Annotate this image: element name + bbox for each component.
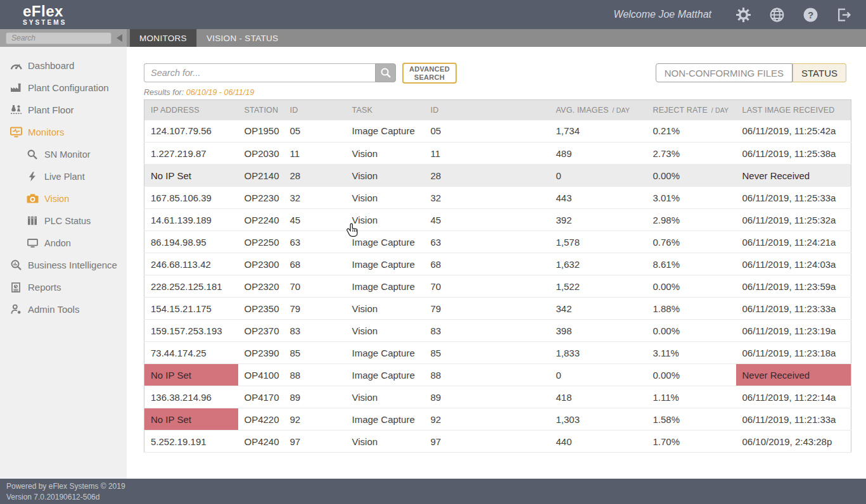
sidebar-item-label: Live Plant <box>44 172 85 182</box>
table-row[interactable]: 124.107.79.56OP195005Image Capture051,73… <box>144 120 851 142</box>
cell-task: Image Capture <box>346 120 424 142</box>
cell-reject-rate: 2.73% <box>647 142 736 165</box>
col-header-avg-images[interactable]: AVG. IMAGES / DAY <box>550 100 647 120</box>
non-conforming-files-button[interactable]: NON-CONFORMING FILES <box>656 63 793 82</box>
cell-station-id: 05 <box>284 120 346 142</box>
cell-task-id: 45 <box>424 209 550 231</box>
sidebar-item-label: Plant Configuration <box>28 82 109 93</box>
table-row[interactable]: 5.252.19.191OP424097Vision974401.70%06/1… <box>144 431 851 453</box>
table-row[interactable]: 86.194.98.95OP225063Image Capture631,578… <box>144 231 851 253</box>
cell-task-id: 28 <box>424 165 550 187</box>
cell-avg-images: 0 <box>550 364 647 386</box>
table-row[interactable]: 1.227.219.87OP203011Vision114892.73%06/1… <box>144 142 851 165</box>
tab-vision-status[interactable]: VISION - STATUS <box>196 29 288 47</box>
cell-avg-images: 398 <box>550 320 647 342</box>
table-row[interactable]: 159.157.253.193OP237083Vision833980.00%0… <box>144 320 851 342</box>
col-header-task[interactable]: TASK <box>346 100 424 120</box>
sidebar-item-admin-tools[interactable]: Admin Tools <box>0 298 127 320</box>
cell-task: Vision <box>346 209 424 231</box>
sidebar-item-reports[interactable]: Reports <box>0 276 127 298</box>
sidebar-item-plant-configuration[interactable]: Plant Configuration <box>0 77 127 99</box>
cell-station-id: 83 <box>284 320 346 342</box>
table-row[interactable]: 136.38.214.96OP417089Vision894181.11%06/… <box>144 386 851 408</box>
col-header-station-id[interactable]: ID <box>284 100 346 120</box>
sidebar-item-andon[interactable]: Andon <box>0 232 127 254</box>
logout-icon[interactable] <box>836 6 852 23</box>
cell-task-id: 32 <box>424 187 550 209</box>
sidebar-item-business-intelligence[interactable]: Business Intelligence <box>0 254 127 276</box>
cell-last-image: 06/11/2019, 11:25:42a <box>736 120 851 142</box>
sidebar-item-dashboard[interactable]: Dashboard <box>0 54 127 77</box>
cell-last-image: 06/11/2019, 11:25:38a <box>736 142 851 165</box>
tab-monitors[interactable]: MONITORS <box>130 29 196 47</box>
table-row[interactable]: 167.85.106.39OP223032Vision324433.01%06/… <box>144 187 851 209</box>
table-row[interactable]: 154.15.21.175OP235079Vision793421.88%06/… <box>144 298 851 320</box>
col-header-station[interactable]: STATION <box>238 100 284 120</box>
app-footer: Powered by eFlex Systems © 2019 Version … <box>0 479 866 504</box>
cell-ip: 159.157.253.193 <box>144 320 238 342</box>
cell-station: OP2350 <box>238 298 284 320</box>
sidebar-item-live-plant[interactable]: Live Plant <box>0 165 127 187</box>
footer-version: Version 7.0.20190612-506d <box>6 492 866 503</box>
status-button[interactable]: STATUS <box>793 63 846 82</box>
cell-ip: 228.252.125.181 <box>144 275 238 298</box>
cell-task-id: 85 <box>424 342 550 364</box>
monitor-pulse-icon <box>10 127 22 137</box>
advanced-search-button[interactable]: ADVANCED SEARCH <box>402 63 457 84</box>
table-row[interactable]: 246.68.113.42OP230068Image Capture681,63… <box>144 253 851 275</box>
col-header-reject-rate[interactable]: REJECT RATE / DAY <box>647 100 736 120</box>
cell-avg-images: 418 <box>550 386 647 408</box>
sidebar-search-input[interactable] <box>6 32 111 44</box>
table-row[interactable]: 14.61.139.189OP224045Vision453922.98%06/… <box>144 209 851 231</box>
col-header-task-id[interactable]: ID <box>424 100 550 120</box>
logo-subtext: SYSTEMS <box>23 20 67 26</box>
cell-reject-rate: 8.61% <box>647 253 736 275</box>
cell-reject-rate: 0.00% <box>647 275 736 298</box>
cell-task-id: 92 <box>424 408 550 431</box>
cell-task-id: 88 <box>424 364 550 386</box>
sidebar-item-label: Reports <box>28 282 61 293</box>
cell-avg-images: 392 <box>550 209 647 231</box>
globe-icon[interactable] <box>768 6 785 23</box>
results-date-range[interactable]: 06/10/19 - 06/11/19 <box>186 88 255 97</box>
cell-avg-images: 1,578 <box>550 231 647 253</box>
gear-icon[interactable] <box>735 6 751 23</box>
advanced-search-line1: ADVANCED <box>409 65 450 73</box>
sidebar-item-sn-monitor[interactable]: SN Monitor <box>0 143 127 165</box>
table-row[interactable]: 228.252.125.181OP232070Image Capture701,… <box>144 275 851 298</box>
table-row[interactable]: No IP SetOP410088Image Capture8800.00%Ne… <box>144 364 851 386</box>
table-row[interactable]: No IP SetOP422092Image Capture921,3031.5… <box>144 408 851 431</box>
sidebar-collapse-icon[interactable] <box>117 34 122 42</box>
cell-ip: 167.85.106.39 <box>144 187 238 209</box>
help-icon[interactable]: ? <box>802 6 818 23</box>
sidebar-item-vision[interactable]: Vision <box>0 187 127 210</box>
cell-station: OP2230 <box>238 187 284 209</box>
cell-task: Image Capture <box>346 342 424 364</box>
col-header-ip-address[interactable]: IP ADDRESS <box>144 100 238 120</box>
search-button[interactable] <box>375 63 396 82</box>
cell-station: OP2300 <box>238 253 284 275</box>
table-row[interactable]: 73.44.174.25OP239085Image Capture851,833… <box>144 342 851 364</box>
cell-reject-rate: 3.11% <box>647 342 736 364</box>
table-row[interactable]: No IP SetOP214028Vision2800.00%Never Rec… <box>144 165 851 187</box>
tab-bar: MONITORS VISION - STATUS <box>127 29 866 47</box>
cell-station-id: 89 <box>284 386 346 408</box>
cell-task: Vision <box>346 431 424 453</box>
cell-task-id: 68 <box>424 253 550 275</box>
cell-station: OP1950 <box>238 120 284 142</box>
sidebar-item-plant-floor[interactable]: Plant Floor <box>0 99 127 121</box>
cell-station-id: 45 <box>284 209 346 231</box>
sidebar-nav: Dashboard Plant Configuration Plant Floo… <box>0 47 127 479</box>
sidebar-item-plc-status[interactable]: PLC Status <box>0 210 127 232</box>
sidebar-item-monitors[interactable]: Monitors <box>0 121 127 143</box>
cell-station: OP4100 <box>238 364 284 386</box>
table-header: IP ADDRESS STATION ID TASK ID AVG. IMAGE… <box>144 100 851 120</box>
search-input[interactable] <box>144 63 375 82</box>
cell-last-image: 06/11/2019, 11:23:19a <box>736 320 851 342</box>
cell-last-image: 06/10/2019, 2:43:28p <box>736 431 851 453</box>
cell-reject-rate: 0.00% <box>647 165 736 187</box>
cell-avg-images: 1,833 <box>550 342 647 364</box>
col-header-last-image[interactable]: LAST IMAGE RECEIVED <box>736 100 851 120</box>
eflex-logo[interactable]: eFlex SYSTEMS <box>23 4 67 26</box>
cell-avg-images: 1,303 <box>550 408 647 431</box>
